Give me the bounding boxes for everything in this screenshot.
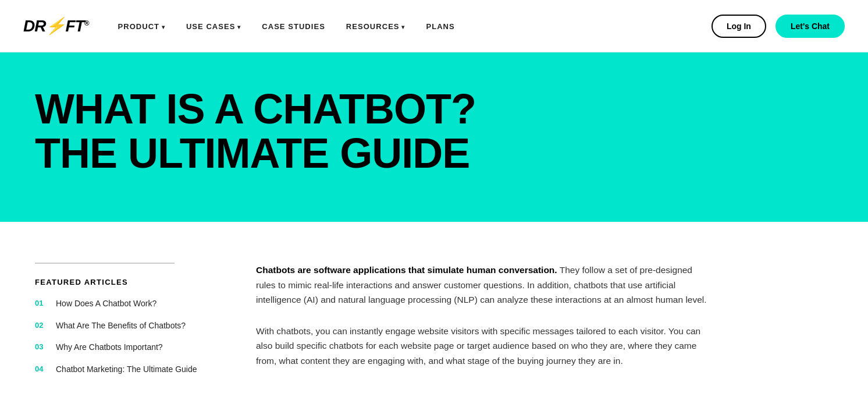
navbar-left: DR⚡FT® PRODUCT USE CASES CASE STUDIES RE…	[23, 16, 455, 36]
hero-title: WHAT IS A CHATBOT? THE ULTIMATE GUIDE	[35, 87, 476, 175]
list-item[interactable]: 02 What Are The Benefits of Chatbots?	[35, 320, 209, 332]
list-item[interactable]: 03 Why Are Chatbots Important?	[35, 342, 209, 353]
logo-slash: ⚡	[45, 17, 65, 35]
hero-banner: WHAT IS A CHATBOT? THE ULTIMATE GUIDE	[0, 52, 868, 222]
list-number-4: 04	[35, 364, 49, 373]
list-link-4[interactable]: Chatbot Marketing: The Ultimate Guide	[56, 364, 197, 376]
hero-title-line1: WHAT IS A CHATBOT?	[35, 86, 476, 132]
nav-item-case-studies[interactable]: CASE STUDIES	[262, 21, 325, 31]
navbar: DR⚡FT® PRODUCT USE CASES CASE STUDIES RE…	[0, 0, 868, 52]
list-link-3[interactable]: Why Are Chatbots Important?	[56, 342, 163, 353]
article-intro-bold: Chatbots are software applications that …	[256, 265, 557, 275]
list-link-1[interactable]: How Does A Chatbot Work?	[56, 298, 156, 310]
list-number-3: 03	[35, 342, 49, 351]
nav-link-product[interactable]: PRODUCT	[118, 22, 165, 31]
list-number-2: 02	[35, 320, 49, 330]
nav-link-resources[interactable]: RESOURCES	[346, 22, 405, 31]
article-intro: Chatbots are software applications that …	[256, 263, 710, 307]
nav-item-use-cases[interactable]: USE CASES	[186, 21, 241, 31]
nav-link-use-cases[interactable]: USE CASES	[186, 22, 241, 31]
login-button[interactable]: Log In	[712, 15, 766, 38]
article-paragraph: With chatbots, you can instantly engage …	[256, 324, 710, 369]
sidebar-divider	[35, 263, 175, 264]
nav-link-case-studies[interactable]: CASE STUDIES	[262, 22, 325, 31]
list-item[interactable]: 01 How Does A Chatbot Work?	[35, 298, 209, 310]
article-body: Chatbots are software applications that …	[256, 257, 710, 375]
logo[interactable]: DR⚡FT®	[23, 16, 89, 36]
sidebar: FEATURED ARTICLES 01 How Does A Chatbot …	[35, 257, 209, 375]
nav-item-product[interactable]: PRODUCT	[118, 21, 165, 31]
list-link-2[interactable]: What Are The Benefits of Chatbots?	[56, 320, 186, 332]
main-content: FEATURED ARTICLES 01 How Does A Chatbot …	[0, 222, 868, 410]
hero-title-line2: THE ULTIMATE GUIDE	[35, 130, 469, 176]
list-number-1: 01	[35, 298, 49, 307]
nav-links: PRODUCT USE CASES CASE STUDIES RESOURCES…	[118, 21, 455, 31]
nav-link-plans[interactable]: PLANS	[426, 22, 454, 31]
sidebar-heading: FEATURED ARTICLES	[35, 278, 209, 286]
list-item[interactable]: 04 Chatbot Marketing: The Ultimate Guide	[35, 364, 209, 376]
lets-chat-button[interactable]: Let's Chat	[775, 15, 845, 38]
navbar-right: Log In Let's Chat	[712, 15, 845, 38]
nav-item-resources[interactable]: RESOURCES	[346, 21, 405, 31]
featured-articles-list: 01 How Does A Chatbot Work? 02 What Are …	[35, 298, 209, 375]
nav-item-plans[interactable]: PLANS	[426, 21, 454, 31]
